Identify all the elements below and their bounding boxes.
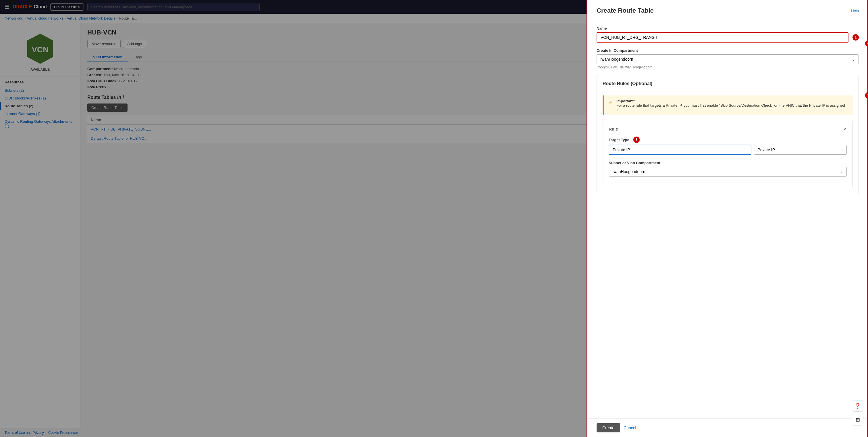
subnet-compartment-group: Subnet or Vlan Compartment IwanHoogendoo… [609, 161, 847, 177]
target-type-input[interactable] [609, 145, 751, 155]
create-route-table-modal: 4 2 Create Route Table Help Name 1 Creat… [587, 0, 868, 437]
route-rules-title: Route Rules (Optional) [602, 81, 652, 86]
important-text: Important: For a route rule that targets… [616, 99, 848, 112]
floating-grid-button[interactable]: ⊞ [852, 414, 863, 426]
badge-3: 3 [633, 137, 640, 143]
modal-header: Create Route Table Help [587, 0, 868, 19]
cancel-button[interactable]: Cancel [624, 426, 636, 430]
modal-body: Name 1 Create In Compartment IwanHoogend… [587, 19, 868, 418]
route-rules-section: Route Rules (Optional) ⚠ Important: For … [596, 75, 859, 194]
compartment-label: Create In Compartment [596, 48, 859, 53]
subnet-compartment-select[interactable]: IwanHoogendoorn [609, 167, 847, 177]
rule-close-button[interactable]: × [844, 126, 847, 132]
compartment-select-wrapper: IwanHoogendoorn [596, 54, 859, 64]
target-type-group: Target Type 3 Private IP [609, 137, 847, 155]
target-type-select-wrapper: Private IP [754, 145, 847, 155]
floating-help: ❓ ⊞ [852, 400, 863, 426]
name-form-group: Name 1 [596, 26, 859, 42]
rule-header: Rule × [609, 126, 847, 132]
subnet-compartment-select-wrapper: IwanHoogendoorn [609, 167, 847, 177]
subnet-compartment-label: Subnet or Vlan Compartment [609, 161, 847, 165]
floating-help-button[interactable]: ❓ [852, 400, 863, 412]
modal-help-link[interactable]: Help [851, 9, 859, 13]
rule-box: Rule × Target Type 3 P [602, 120, 853, 188]
target-type-label: Target Type [609, 138, 629, 142]
name-label: Name [596, 26, 859, 30]
name-input[interactable] [596, 32, 848, 42]
important-icon: ⚠ [608, 99, 613, 106]
create-button[interactable]: Create [596, 423, 620, 432]
modal-footer: Create Cancel [587, 418, 868, 437]
target-type-select[interactable]: Private IP [754, 145, 847, 155]
rule-title: Rule [609, 126, 618, 132]
compartment-hint: (root)/NETWORK/IwanHoogendoorn [596, 65, 859, 69]
compartment-form-group: Create In Compartment IwanHoogendoorn (r… [596, 48, 859, 69]
modal-overlay: 4 2 Create Route Table Help Name 1 Creat… [0, 0, 868, 437]
modal-title: Create Route Table [596, 7, 654, 14]
badge-1: 1 [852, 34, 859, 40]
compartment-select[interactable]: IwanHoogendoorn [596, 54, 859, 64]
important-box: ⚠ Important: For a route rule that targe… [602, 95, 853, 115]
